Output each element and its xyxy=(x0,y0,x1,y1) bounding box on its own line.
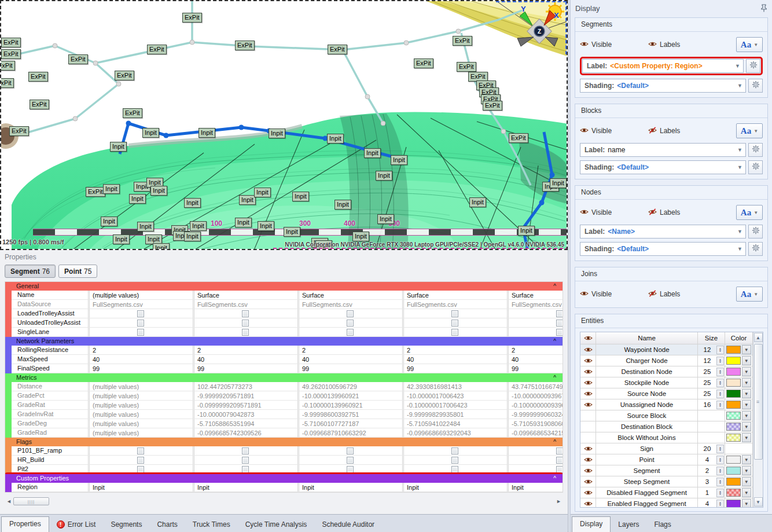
entity-color[interactable]: ▼ xyxy=(725,366,753,377)
property-cell[interactable]: -0.100000139960921 xyxy=(297,401,402,409)
map-label-inpit[interactable]: Inpit xyxy=(391,155,407,165)
map-label-inpit[interactable]: Inpit xyxy=(142,128,159,138)
property-cell[interactable]: (multiple values) xyxy=(88,391,193,400)
property-cell[interactable] xyxy=(507,456,563,464)
property-cell[interactable] xyxy=(402,309,507,318)
size-spinner[interactable]: ▲▼ xyxy=(716,478,724,486)
map-label-expit[interactable]: ExPit xyxy=(483,101,502,111)
size-spinner[interactable]: ▲▼ xyxy=(716,456,724,464)
tab-properties[interactable]: Properties xyxy=(1,516,49,532)
scroll-down-button[interactable]: ▼ xyxy=(754,497,763,507)
property-cell[interactable]: -10.0000017006423 xyxy=(402,391,507,400)
map-label-inpit[interactable]: Inpit xyxy=(469,197,486,207)
entity-row[interactable]: Destination Node25 ▲▼▼ xyxy=(580,366,753,377)
map-label-inpit[interactable]: Inpit xyxy=(110,142,127,152)
entity-color[interactable]: ▼ xyxy=(725,410,753,421)
size-spinner[interactable]: ▲▼ xyxy=(716,379,724,387)
entity-size[interactable]: 16 ▲▼ xyxy=(698,399,725,410)
entity-visibility-toggle[interactable] xyxy=(580,421,596,432)
nodes-shading-combo[interactable]: Shading: <Default> ▼ xyxy=(580,242,746,256)
property-grid-hscrollbar[interactable]: ◄ |||| ► xyxy=(5,496,563,507)
property-cell[interactable]: -5.71058865351994 xyxy=(193,419,297,428)
color-swatch[interactable] xyxy=(726,500,741,508)
property-cell[interactable] xyxy=(193,456,297,464)
property-cell[interactable]: -10.0000079042873 xyxy=(193,410,297,419)
property-cell[interactable] xyxy=(507,318,563,327)
property-cell[interactable]: (multiple values) xyxy=(88,382,193,391)
map-label-inpit[interactable]: Inpit xyxy=(258,221,274,231)
entity-row[interactable]: Point4 ▲▼▼ xyxy=(580,454,753,465)
joins-visible-toggle[interactable]: Visible xyxy=(580,290,648,299)
checkbox-unchecked[interactable] xyxy=(556,466,563,473)
property-cell[interactable]: (multiple values) xyxy=(88,419,193,428)
chevron-down-icon[interactable]: ▼ xyxy=(734,225,745,238)
checkbox-unchecked[interactable] xyxy=(242,310,249,317)
property-cell[interactable]: 40 xyxy=(297,355,402,364)
property-cell[interactable]: -0.100000000939676 xyxy=(507,401,563,409)
collapse-chevron-icon[interactable]: ^ xyxy=(553,438,556,444)
property-cell[interactable] xyxy=(402,446,507,455)
map-label-inpit[interactable]: Inpit xyxy=(184,232,201,241)
tab-cycle-time-analysis[interactable]: Cycle Time Analysis xyxy=(238,518,315,532)
map-label-expit[interactable]: ExPit xyxy=(9,126,29,136)
entity-visibility-toggle[interactable] xyxy=(580,355,596,366)
map-label-inpit[interactable]: Inpit xyxy=(352,232,369,241)
entity-size[interactable]: 4 ▲▼ xyxy=(698,498,725,508)
map-label-inpit[interactable]: Inpit xyxy=(129,194,146,204)
map-label-inpit[interactable]: Inpit xyxy=(150,186,167,196)
entity-visibility-toggle[interactable] xyxy=(580,388,596,399)
scroll-thumb[interactable]: ≡ xyxy=(754,344,763,460)
map-label-inpit[interactable]: Inpit xyxy=(113,234,130,244)
map-label-inpit[interactable]: Inpit xyxy=(518,226,535,236)
property-cell[interactable]: FullSegments.csv xyxy=(297,300,402,309)
checkbox-unchecked[interactable] xyxy=(137,457,144,464)
map-label-inpit[interactable]: Inpit xyxy=(103,184,120,194)
section-header[interactable]: Metrics^ xyxy=(12,373,563,382)
property-cell[interactable]: 99 xyxy=(402,364,507,373)
color-dropdown-button[interactable]: ▼ xyxy=(742,433,751,442)
tab-truck-times[interactable]: Truck Times xyxy=(185,518,238,532)
entity-color[interactable]: ▼ xyxy=(725,454,753,465)
entity-visibility-toggle[interactable] xyxy=(580,476,596,487)
property-cell[interactable]: 40 xyxy=(193,355,297,364)
collapse-chevron-icon[interactable]: ^ xyxy=(553,282,556,288)
entity-size[interactable]: 2 ▲▼ xyxy=(698,465,725,476)
property-cell[interactable]: 99 xyxy=(193,364,297,373)
map-label-inpit[interactable]: Inpit xyxy=(235,218,252,228)
segments-shading-gear-button[interactable] xyxy=(748,79,763,93)
segments-label-gear-button[interactable] xyxy=(746,59,760,73)
color-swatch[interactable] xyxy=(726,478,741,486)
entity-size[interactable] xyxy=(698,421,725,432)
property-cell[interactable]: -0.0996687910663292 xyxy=(297,428,402,437)
property-cell[interactable]: -5.71060107727187 xyxy=(297,419,402,428)
size-spinner[interactable]: ▲▼ xyxy=(716,467,724,475)
color-swatch[interactable] xyxy=(726,423,741,431)
entity-visibility-toggle[interactable] xyxy=(580,399,596,410)
size-spinner[interactable]: ▲▼ xyxy=(716,390,724,398)
property-cell[interactable] xyxy=(507,328,563,336)
color-dropdown-button[interactable]: ▼ xyxy=(742,345,751,354)
map-label-expit[interactable]: ExPit xyxy=(86,187,105,197)
property-cell[interactable] xyxy=(297,456,402,464)
map-label-expit[interactable]: ExPit xyxy=(414,58,433,68)
property-cell[interactable] xyxy=(88,318,193,327)
map-label-inpit[interactable]: Inpit xyxy=(153,243,170,250)
property-cell[interactable] xyxy=(88,309,193,318)
section-header[interactable]: General^ xyxy=(12,282,563,291)
map-label-expit[interactable]: ExPit xyxy=(1,49,21,59)
checkbox-unchecked[interactable] xyxy=(347,310,354,317)
panel-tab-display[interactable]: Display xyxy=(572,516,611,532)
hscroll-thumb[interactable]: |||| xyxy=(13,497,49,505)
property-cell[interactable]: -5.7105941022484 xyxy=(402,419,507,428)
blocks-shading-combo[interactable]: Shading: <Default> ▼ xyxy=(580,160,746,174)
entity-color[interactable]: ▼ xyxy=(725,377,753,388)
property-cell[interactable] xyxy=(402,318,507,327)
color-swatch[interactable] xyxy=(726,346,741,354)
size-spinner[interactable]: ▲▼ xyxy=(716,489,724,497)
property-cell[interactable]: -5.71059319080604 xyxy=(507,419,563,428)
property-cell[interactable] xyxy=(402,465,507,474)
color-swatch[interactable] xyxy=(726,357,741,365)
checkbox-unchecked[interactable] xyxy=(556,329,563,336)
property-cell[interactable]: 40 xyxy=(88,355,193,364)
scroll-right-button[interactable]: ► xyxy=(554,498,563,504)
